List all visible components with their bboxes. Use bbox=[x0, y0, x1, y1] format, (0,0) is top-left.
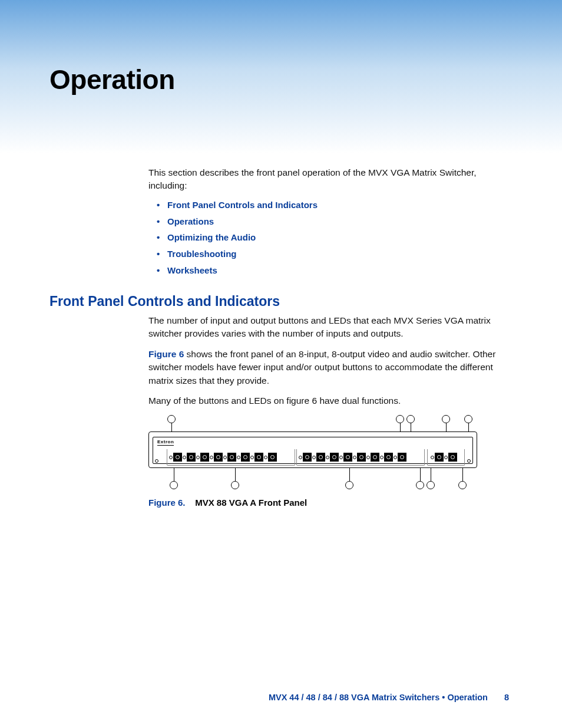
led-icon bbox=[431, 456, 434, 459]
callout-circle-icon bbox=[427, 481, 435, 489]
panel-button-icon bbox=[268, 453, 277, 462]
link-troubleshooting[interactable]: Troubleshooting bbox=[157, 248, 513, 261]
panel-button-icon bbox=[330, 453, 339, 462]
led-icon bbox=[264, 456, 267, 459]
callout-leader-line bbox=[431, 468, 431, 481]
led-icon bbox=[353, 456, 356, 459]
panel-button-icon bbox=[214, 453, 223, 462]
panel-button-icon bbox=[448, 453, 457, 462]
link-optimizing-audio[interactable]: Optimizing the Audio bbox=[157, 231, 513, 244]
callout-circle-icon bbox=[231, 481, 239, 489]
led-icon bbox=[299, 456, 302, 459]
callout-circle-icon bbox=[167, 415, 176, 423]
screw-icon bbox=[155, 459, 158, 463]
callout-leader-line bbox=[400, 423, 401, 431]
screw-icon bbox=[467, 459, 471, 463]
led-icon bbox=[250, 456, 254, 459]
panel-button-icon bbox=[241, 453, 250, 462]
device-brand-label: Extron bbox=[157, 439, 174, 446]
led-icon bbox=[366, 456, 370, 459]
callout-leader-line bbox=[171, 423, 172, 431]
page-footer: MVX 44 / 48 / 84 / 88 VGA Matrix Switche… bbox=[0, 693, 562, 702]
callout-circle-icon bbox=[345, 481, 353, 489]
panel-button-icon bbox=[173, 453, 182, 462]
led-icon bbox=[169, 456, 173, 459]
panel-button-icon bbox=[371, 453, 379, 462]
led-icon bbox=[210, 456, 213, 459]
body-paragraph-1: The number of input and output buttons a… bbox=[148, 314, 513, 341]
led-icon bbox=[380, 456, 384, 459]
page-title: Operation bbox=[49, 64, 513, 95]
led-icon bbox=[237, 456, 240, 459]
panel-button-icon bbox=[435, 453, 444, 462]
callout-leader-line bbox=[174, 468, 174, 481]
body-paragraph-2: Figure 6 shows the front panel of an 8-i… bbox=[148, 348, 513, 387]
panel-button-icon bbox=[303, 453, 312, 462]
page-number: 8 bbox=[504, 693, 509, 702]
led-icon bbox=[326, 456, 329, 459]
callout-circle-icon bbox=[458, 481, 467, 489]
device-panel: Extron bbox=[148, 431, 477, 468]
intro-paragraph: This section describes the front panel o… bbox=[148, 166, 513, 193]
callout-circle-icon bbox=[416, 481, 424, 489]
panel-button-icon bbox=[254, 453, 263, 462]
link-worksheets[interactable]: Worksheets bbox=[157, 264, 513, 277]
link-front-panel-controls[interactable]: Front Panel Controls and Indicators bbox=[157, 199, 513, 212]
panel-button-icon bbox=[343, 453, 352, 462]
callout-circle-icon bbox=[396, 415, 404, 423]
panel-button-icon bbox=[227, 453, 236, 462]
callout-circle-icon bbox=[464, 415, 472, 423]
footer-text: MVX 44 / 48 / 84 / 88 VGA Matrix Switche… bbox=[269, 693, 488, 702]
callout-leader-line bbox=[446, 423, 447, 431]
callout-circle-icon bbox=[170, 481, 178, 489]
figure-reference-link[interactable]: Figure 6 bbox=[148, 349, 184, 359]
callout-circle-icon bbox=[442, 415, 450, 423]
figure-title: MVX 88 VGA A Front Panel bbox=[195, 498, 307, 508]
callout-leader-line bbox=[349, 468, 350, 481]
panel-button-icon bbox=[200, 453, 209, 462]
panel-button-icon bbox=[316, 453, 325, 462]
led-icon bbox=[312, 456, 316, 459]
figure-caption: Figure 6. MVX 88 VGA A Front Panel bbox=[148, 498, 513, 508]
link-operations[interactable]: Operations bbox=[157, 215, 513, 228]
control-button-strip bbox=[431, 452, 458, 463]
led-icon bbox=[394, 456, 397, 459]
input-button-strip bbox=[169, 452, 277, 463]
led-icon bbox=[196, 456, 200, 459]
callout-leader-line bbox=[420, 468, 421, 481]
callout-circle-icon bbox=[406, 415, 415, 423]
led-icon bbox=[183, 456, 186, 459]
callout-leader-line bbox=[468, 423, 469, 431]
output-button-strip bbox=[299, 452, 407, 463]
led-icon bbox=[223, 456, 227, 459]
panel-button-icon bbox=[398, 453, 406, 462]
panel-button-icon bbox=[384, 453, 393, 462]
figure-number: Figure 6. bbox=[148, 498, 186, 508]
callout-leader-line bbox=[462, 468, 463, 481]
panel-button-icon bbox=[357, 453, 366, 462]
callout-leader-line bbox=[235, 468, 236, 481]
front-panel-diagram: Extron bbox=[148, 415, 478, 492]
section-link-list: Front Panel Controls and Indicators Oper… bbox=[148, 199, 513, 277]
section-heading: Front Panel Controls and Indicators bbox=[49, 294, 513, 309]
body-paragraph-3: Many of the buttons and LEDs on figure 6… bbox=[148, 394, 513, 407]
led-icon bbox=[339, 456, 343, 459]
callout-leader-line bbox=[411, 423, 411, 431]
panel-button-icon bbox=[187, 453, 196, 462]
body-paragraph-2-rest: shows the front panel of an 8-input, 8-o… bbox=[148, 349, 495, 386]
led-icon bbox=[444, 456, 448, 459]
